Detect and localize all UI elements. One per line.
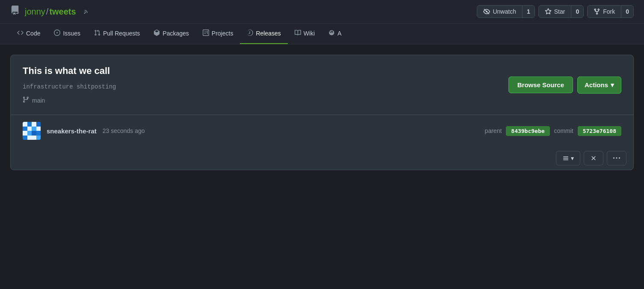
- commit-title-section: This is what we call infrastructure shit…: [23, 65, 508, 104]
- svg-rect-16: [32, 136, 36, 140]
- fork-button[interactable]: Fork: [588, 6, 621, 18]
- commit-parent-section: parent 8439bc9ebe commit 5723e76108: [485, 126, 621, 136]
- tab-activity-label: A: [337, 30, 341, 37]
- tab-packages[interactable]: Packages: [147, 24, 195, 44]
- actions-button[interactable]: Actions ▾: [577, 77, 621, 94]
- fork-count[interactable]: 0: [621, 6, 633, 18]
- fork-group: Fork 0: [587, 5, 634, 18]
- main-content: This is what we call infrastructure shit…: [0, 44, 644, 180]
- star-count[interactable]: 0: [571, 6, 583, 18]
- tab-code[interactable]: Code: [10, 24, 47, 44]
- activity-icon: [328, 29, 335, 37]
- repo-identity: jonny/tweets: [10, 6, 90, 18]
- pull-requests-icon: [94, 29, 100, 37]
- actions-label: Actions: [585, 81, 608, 88]
- repo-owner[interactable]: jonny: [25, 7, 45, 16]
- author-avatar: [23, 122, 41, 140]
- commit-actions: Browse Source Actions ▾: [508, 77, 621, 94]
- svg-rect-13: [36, 131, 41, 136]
- fork-label: Fork: [603, 8, 615, 15]
- svg-rect-10: [23, 131, 27, 136]
- svg-rect-14: [23, 136, 27, 140]
- svg-rect-6: [23, 127, 27, 131]
- projects-icon: [203, 29, 209, 37]
- tab-packages-label: Packages: [162, 30, 189, 37]
- parent-hash-badge[interactable]: 8439bc9ebe: [506, 126, 549, 136]
- tab-pull-requests[interactable]: Pull Requests: [87, 24, 147, 44]
- repo-icon: [10, 6, 20, 18]
- svg-rect-8: [32, 127, 36, 131]
- tab-activity[interactable]: A: [322, 24, 348, 44]
- wiki-icon: [295, 29, 301, 37]
- repo-nav: Code Issues Pull Requests Packages: [0, 24, 644, 44]
- commit-description: infrastructure shitposting: [23, 83, 508, 90]
- svg-rect-4: [32, 122, 36, 127]
- unwatch-label: Unwatch: [493, 8, 516, 15]
- tab-releases[interactable]: Releases: [240, 24, 287, 44]
- commit-label: commit: [554, 127, 573, 134]
- commit-card: This is what we call infrastructure shit…: [10, 55, 634, 170]
- svg-rect-12: [32, 131, 36, 136]
- svg-rect-15: [27, 136, 32, 140]
- tab-code-label: Code: [26, 30, 40, 37]
- branch-name: main: [32, 97, 45, 104]
- tab-issues[interactable]: Issues: [47, 24, 87, 44]
- commit-hash-badge[interactable]: 5723e76108: [578, 126, 621, 136]
- commit-toolbar: ▾: [11, 147, 633, 170]
- commit-title: This is what we call: [23, 65, 508, 77]
- star-button[interactable]: Star: [539, 6, 571, 18]
- star-label: Star: [554, 8, 565, 15]
- more-button[interactable]: [607, 151, 626, 165]
- svg-rect-7: [27, 127, 32, 131]
- browse-source-button[interactable]: Browse Source: [508, 77, 573, 93]
- commit-header: This is what we call infrastructure shit…: [11, 55, 633, 115]
- tab-pull-requests-label: Pull Requests: [103, 30, 140, 37]
- list-view-button[interactable]: ▾: [556, 151, 580, 165]
- repo-name[interactable]: tweets: [49, 7, 76, 16]
- unwatch-button[interactable]: Unwatch: [477, 6, 522, 18]
- header-actions: Unwatch 1 Star 0 Fork 0: [473, 5, 634, 18]
- star-group: Star 0: [538, 5, 584, 18]
- tab-releases-label: Releases: [256, 30, 281, 37]
- svg-rect-3: [27, 122, 32, 127]
- code-icon: [17, 29, 24, 37]
- tab-issues-label: Issues: [63, 30, 80, 37]
- packages-icon: [154, 29, 160, 37]
- branch-icon: [23, 96, 30, 104]
- tab-wiki[interactable]: Wiki: [288, 24, 322, 44]
- svg-rect-17: [36, 136, 41, 140]
- svg-rect-11: [27, 131, 32, 136]
- tab-projects[interactable]: Projects: [196, 24, 240, 44]
- list-dropdown-icon: ▾: [571, 155, 574, 162]
- tab-wiki-label: Wiki: [304, 30, 315, 37]
- commit-branch: main: [23, 96, 508, 104]
- commit-author[interactable]: sneakers-the-rat: [47, 127, 97, 135]
- unwatch-count[interactable]: 1: [522, 6, 535, 18]
- rss-icon[interactable]: [84, 8, 90, 15]
- expand-button[interactable]: [584, 151, 603, 165]
- releases-icon: [247, 29, 253, 37]
- commit-time: 23 seconds ago: [103, 127, 145, 134]
- actions-dropdown-icon: ▾: [611, 81, 614, 89]
- parent-label: parent: [485, 127, 502, 134]
- tab-projects-label: Projects: [212, 30, 233, 37]
- unwatch-group: Unwatch 1: [477, 5, 535, 18]
- commit-meta: sneakers-the-rat 23 seconds ago parent 8…: [11, 115, 633, 147]
- svg-rect-5: [36, 122, 41, 127]
- svg-rect-2: [23, 122, 27, 127]
- repo-title: jonny/tweets: [25, 7, 76, 17]
- repo-slash: /: [46, 7, 49, 16]
- svg-rect-9: [36, 127, 41, 131]
- issues-icon: [54, 29, 60, 37]
- top-header: jonny/tweets Unwatch 1: [0, 0, 644, 24]
